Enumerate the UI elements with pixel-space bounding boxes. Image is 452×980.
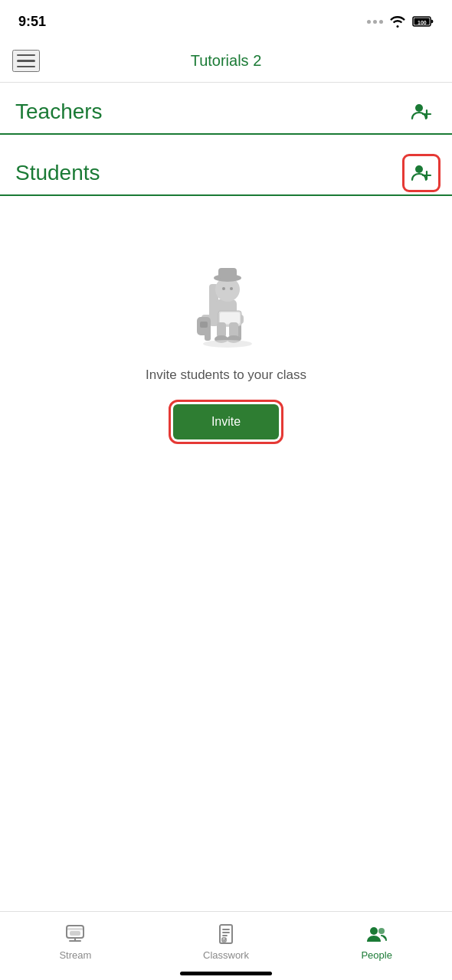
svg-point-27: [203, 340, 252, 348]
svg-point-19: [222, 287, 225, 290]
person-add-student-icon: [411, 162, 432, 184]
nav-item-classwork[interactable]: Classwork: [195, 923, 257, 961]
page-title: Tutorials 2: [191, 52, 262, 70]
classwork-icon: [215, 923, 237, 945]
teachers-title: Teachers: [15, 100, 103, 124]
empty-state-message: Invite students to your class: [146, 368, 306, 383]
empty-state: Invite students to your class Invite: [0, 196, 452, 470]
home-indicator: [180, 972, 272, 975]
students-title: Students: [15, 161, 100, 185]
content-area: Teachers Students: [0, 83, 452, 470]
student-illustration: [172, 242, 280, 349]
top-nav: Tutorials 2: [0, 40, 452, 83]
people-label: People: [361, 949, 391, 961]
stream-icon: [64, 923, 86, 945]
students-section: Students: [0, 144, 452, 196]
status-bar: 9:51 100: [0, 0, 452, 40]
wifi-icon: [389, 15, 406, 28]
svg-point-38: [370, 927, 378, 935]
nav-item-people[interactable]: People: [346, 923, 408, 961]
classwork-label: Classwork: [203, 949, 249, 961]
nav-item-stream[interactable]: Stream: [44, 923, 106, 961]
svg-point-39: [378, 928, 385, 934]
svg-rect-29: [67, 928, 84, 930]
status-icons: 100: [367, 15, 434, 28]
add-student-button[interactable]: [406, 158, 437, 188]
people-icon: [366, 923, 388, 945]
svg-text:100: 100: [418, 20, 427, 25]
person-add-icon: [411, 101, 432, 122]
status-time: 9:51: [18, 14, 46, 30]
svg-rect-22: [220, 312, 240, 324]
battery-icon: 100: [412, 16, 434, 27]
svg-point-20: [230, 287, 233, 290]
add-teacher-button[interactable]: [406, 96, 437, 127]
menu-button[interactable]: [12, 50, 40, 73]
bottom-nav: Stream Classwork People: [0, 911, 452, 980]
svg-rect-32: [70, 931, 80, 936]
svg-rect-18: [218, 268, 237, 279]
svg-point-3: [415, 104, 423, 112]
svg-point-6: [415, 165, 423, 173]
signal-dots-icon: [367, 20, 383, 24]
stream-label: Stream: [59, 949, 91, 961]
teachers-section: Teachers: [0, 83, 452, 135]
invite-button[interactable]: Invite: [173, 404, 279, 439]
svg-rect-14: [200, 322, 208, 328]
